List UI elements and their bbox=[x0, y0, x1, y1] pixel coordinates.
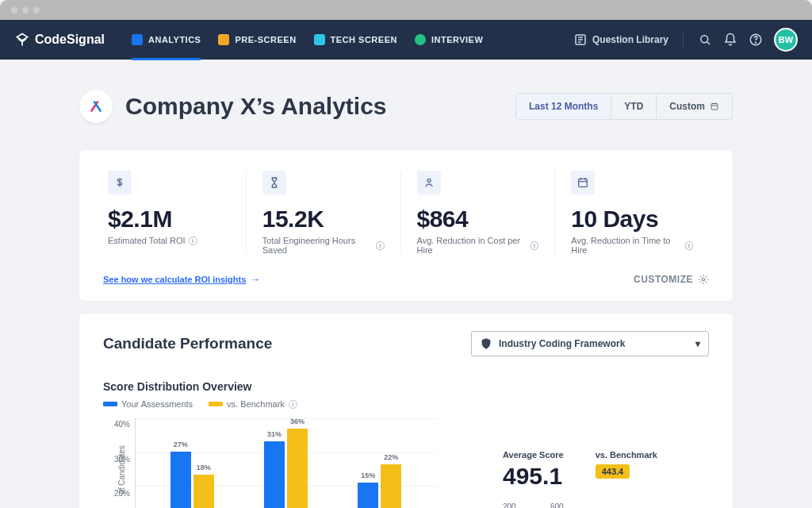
hourglass-icon bbox=[262, 171, 286, 194]
chart-title: Score Distribution Overview bbox=[103, 380, 709, 393]
traffic-light-icon bbox=[33, 7, 40, 13]
analytics-icon bbox=[132, 34, 143, 45]
roi-link[interactable]: See how we calculate ROI insights bbox=[103, 275, 246, 284]
avatar[interactable]: BW bbox=[774, 28, 798, 52]
benchmark-pill: 443.4 bbox=[596, 464, 630, 479]
performance-card: Candidate Performance Industry Coding Fr… bbox=[79, 314, 733, 508]
window-chrome bbox=[0, 0, 812, 20]
svg-point-1 bbox=[701, 36, 708, 43]
svg-rect-4 bbox=[711, 104, 718, 110]
performance-heading: Candidate Performance bbox=[103, 335, 272, 352]
help-icon[interactable] bbox=[749, 33, 763, 47]
legend-swatch bbox=[209, 402, 223, 406]
brand-logo[interactable]: CodeSignal bbox=[14, 32, 105, 48]
chevron-down-icon: ▾ bbox=[695, 338, 700, 349]
benchmark-score: vs. Benchmark 443.4 bbox=[596, 450, 657, 508]
kpi-value: $2.1M bbox=[108, 206, 230, 233]
kpi-value: 10 Days bbox=[571, 206, 693, 233]
timeframe-ytd[interactable]: YTD bbox=[611, 94, 656, 119]
chart: 40% 30% 20% of Candidates 27%18%31%36%15… bbox=[103, 418, 709, 508]
legend-swatch bbox=[103, 402, 117, 406]
timeframe-last12[interactable]: Last 12 Months bbox=[516, 94, 611, 119]
top-nav: CodeSignal ANALYTICS PRE-SCREEN TECH SCR… bbox=[0, 20, 812, 60]
tab-prescreen[interactable]: PRE-SCREEN bbox=[218, 19, 296, 60]
kpi-roi: $2.1M Estimated Total ROIi bbox=[103, 171, 246, 255]
traffic-light-icon bbox=[11, 7, 17, 13]
legend-item: vs. Benchmarki bbox=[209, 399, 297, 409]
tab-analytics[interactable]: ANALYTICS bbox=[132, 19, 201, 60]
kpi-timetohire: 10 Days Avg. Reduction in Time to Hirei bbox=[554, 171, 709, 255]
kpi-hours: 15.2K Total Engineering Hours Savedi bbox=[246, 171, 400, 255]
prescreen-icon bbox=[218, 34, 229, 45]
tab-label: TECH SCREEN bbox=[331, 35, 397, 44]
timeframe-segmented: Last 12 Months YTD Custom bbox=[515, 93, 733, 120]
person-icon bbox=[417, 171, 441, 194]
question-library-label: Question Library bbox=[592, 34, 668, 45]
bell-icon[interactable] bbox=[723, 33, 737, 47]
interview-icon bbox=[415, 34, 426, 45]
avg-score: Average Score 495.1 200600 bbox=[503, 450, 564, 508]
calendar-icon bbox=[710, 102, 719, 111]
kpi-costperhire: $864 Avg. Reduction in Cost per Hirei bbox=[400, 171, 555, 255]
svg-point-5 bbox=[427, 179, 431, 182]
chart-legend: Your Assessments vs. Benchmarki bbox=[103, 399, 709, 409]
tab-label: ANALYTICS bbox=[148, 35, 201, 44]
arrow-right-icon: → bbox=[251, 274, 260, 285]
chart-plot: of Candidates 27%18%31%36%15%22% bbox=[135, 418, 436, 508]
nav-right: Question Library BW bbox=[573, 28, 798, 52]
timeframe-custom[interactable]: Custom bbox=[656, 94, 732, 119]
title-row: Company X’s Analytics Last 12 Months YTD… bbox=[79, 90, 733, 123]
page-body: Company X’s Analytics Last 12 Months YTD… bbox=[0, 90, 812, 508]
kpi-row: $2.1M Estimated Total ROIi 15.2K Total E… bbox=[103, 171, 709, 255]
customize-button[interactable]: CUSTOMIZE bbox=[634, 274, 709, 285]
info-icon[interactable]: i bbox=[685, 241, 693, 250]
kpi-value: 15.2K bbox=[262, 206, 385, 233]
svg-point-3 bbox=[756, 42, 756, 43]
calendar-icon bbox=[571, 171, 595, 194]
info-icon[interactable]: i bbox=[376, 241, 384, 250]
framework-select[interactable]: Industry Coding Framework ▾ bbox=[471, 331, 709, 356]
stat-value: 495.1 bbox=[503, 463, 564, 490]
nav-tabs: ANALYTICS PRE-SCREEN TECH SCREEN INTERVI… bbox=[132, 19, 483, 60]
legend-item: Your Assessments bbox=[103, 399, 193, 409]
info-icon[interactable]: i bbox=[530, 241, 538, 250]
score-stats: Average Score 495.1 200600 vs. Benchmark… bbox=[503, 418, 709, 508]
svg-rect-6 bbox=[579, 179, 588, 187]
framework-label: Industry Coding Framework bbox=[499, 338, 625, 349]
dollar-icon bbox=[108, 171, 132, 194]
svg-point-7 bbox=[702, 278, 705, 281]
avatar-initials: BW bbox=[779, 35, 793, 44]
traffic-light-icon bbox=[22, 7, 29, 13]
tab-label: INTERVIEW bbox=[431, 35, 483, 44]
library-icon bbox=[573, 33, 588, 47]
tab-techscreen[interactable]: TECH SCREEN bbox=[314, 19, 397, 60]
brand-name: CodeSignal bbox=[35, 33, 105, 47]
kpi-label: Avg. Reduction in Time to Hire bbox=[571, 236, 681, 255]
info-icon[interactable]: i bbox=[189, 237, 197, 245]
y-axis-label: of Candidates bbox=[117, 445, 126, 495]
kpi-footer: See how we calculate ROI insights→ CUSTO… bbox=[103, 274, 709, 285]
question-library-link[interactable]: Question Library bbox=[573, 33, 668, 47]
techscreen-icon bbox=[314, 34, 325, 45]
stat-label: Average Score bbox=[503, 450, 564, 460]
company-logo-icon bbox=[79, 90, 113, 123]
search-icon[interactable] bbox=[698, 33, 712, 47]
stat-label: vs. Benchmark bbox=[596, 450, 657, 460]
divider bbox=[683, 32, 684, 48]
page-title: Company X’s Analytics bbox=[125, 93, 387, 120]
kpi-label: Total Engineering Hours Saved bbox=[262, 236, 373, 255]
performance-header: Candidate Performance Industry Coding Fr… bbox=[103, 331, 709, 356]
kpi-value: $864 bbox=[417, 206, 539, 233]
tab-label: PRE-SCREEN bbox=[235, 35, 296, 44]
shield-icon bbox=[480, 337, 492, 350]
info-icon[interactable]: i bbox=[289, 400, 297, 409]
tab-interview[interactable]: INTERVIEW bbox=[415, 19, 483, 60]
kpi-label: Avg. Reduction in Cost per Hire bbox=[417, 236, 528, 255]
kpi-label: Estimated Total ROI bbox=[108, 236, 186, 245]
kpi-card: $2.1M Estimated Total ROIi 15.2K Total E… bbox=[79, 150, 733, 301]
gear-icon bbox=[698, 274, 709, 285]
